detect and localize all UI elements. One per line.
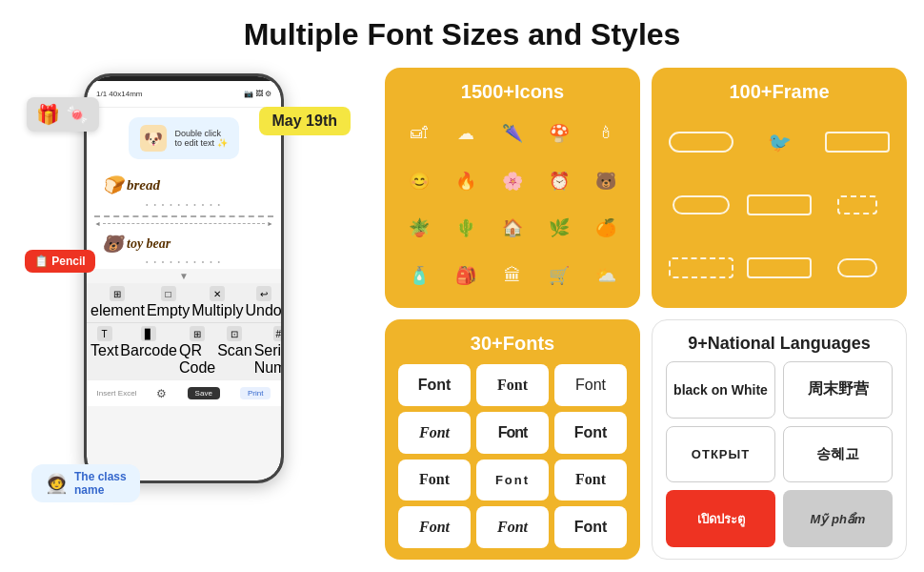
icon-partcloud: ⛅ (586, 255, 627, 296)
arrow-row: ◄► (94, 219, 273, 228)
languages-panel-title: 9+National Languages (666, 334, 893, 354)
gift-sticker: 🎁 🍬 (27, 97, 99, 132)
empty-icon: □ (161, 286, 176, 301)
icon-smile: 😊 (398, 160, 439, 202)
insert-excel-label: Insert Excel (97, 389, 137, 398)
frame-cell-1 (665, 112, 737, 172)
lang-cell-viet: Mỹ phẩm (783, 490, 893, 547)
toolbar-undo[interactable]: ↩ Undo (246, 286, 282, 319)
icon-plant: 🪴 (398, 208, 439, 250)
divider-dots2: • • • • • • • • • • (92, 256, 275, 267)
phone-bottom-bar: Insert Excel ⚙ Save Print (87, 379, 281, 406)
font-cell-5: Font (476, 412, 549, 454)
bread-sticker: 🍞 bread (92, 171, 275, 199)
lang-cell-thai: เปิดประตู (666, 490, 775, 547)
qrcode-icon: ⊞ (190, 326, 205, 341)
icon-orange: 🍊 (586, 208, 627, 250)
frame-cell-3 (821, 112, 894, 172)
fonts-panel-title: 30+Fonts (398, 333, 627, 355)
divider-dots: • • • • • • • • • • (92, 199, 275, 210)
frame-cell-4 (665, 177, 737, 235)
icon-fire: 🔥 (445, 160, 486, 202)
chat-bubble: 🐶 Double clickto edit text ✨ (129, 117, 238, 159)
phone-toolbar-top: ⊞ element □ Empty ✕ Multiply ↩ (87, 283, 281, 322)
toolbar-text[interactable]: T Text (90, 326, 118, 377)
date-sticker: May 19th (259, 107, 351, 135)
icons-panel: 1500+Icons 🛋 ☁ 🌂 🍄 🕯 😊 🔥 🌸 ⏰ 🐻 🪴 🌵 🏠 🌿 🍊… (385, 68, 640, 308)
frames-grid: 🐦 (665, 112, 894, 296)
toolbar-scan[interactable]: ⊡ Scan (217, 326, 251, 377)
save-button[interactable]: Save (188, 387, 220, 399)
icon-umbrella: 🌂 (492, 112, 532, 154)
font-cell-11: Font (476, 506, 549, 548)
phone-toolbar-bottom: T Text ▊ Barcode ⊞ QR Code ⊡ (87, 322, 281, 379)
frame-rect1 (825, 132, 890, 153)
undo-icon: ↩ (256, 286, 271, 301)
dotted-line (94, 215, 273, 217)
icon-building: 🏛 (492, 255, 532, 296)
settings-icon: ⚙ (156, 387, 167, 400)
bear-row: 🐻 toy bear • • • • • • • • • • (87, 230, 281, 269)
astronaut-icon: 🧑‍🚀 (45, 472, 69, 495)
icons-grid: 🛋 ☁ 🌂 🍄 🕯 😊 🔥 🌸 ⏰ 🐻 🪴 🌵 🏠 🌿 🍊 🧴 🎒 🏛 🛒 (398, 112, 627, 296)
frame-cell-7 (665, 239, 737, 296)
frame-pill (669, 132, 733, 153)
frame-cell-2: 🐦 (743, 112, 815, 172)
barcode-icon: ▊ (141, 326, 156, 341)
fonts-grid: Font Font Font Font Font Font Font Font … (398, 364, 627, 548)
phone-frame: 1/1 40x14mm 📷 🖼 ⚙ 🐶 Double clickto edit … (84, 73, 284, 483)
toolbar-empty[interactable]: □ Empty (147, 286, 190, 319)
frame-dotted (669, 257, 733, 278)
toolbar-serial[interactable]: ## Serial Number (254, 326, 281, 377)
frame-cell-9 (821, 239, 894, 296)
page-title: Multiple Font Sizes and Styles (0, 0, 924, 64)
icon-clock: ⏰ (539, 160, 580, 202)
font-cell-4: Font (398, 412, 471, 454)
frame-cell-8 (743, 239, 815, 296)
frame-cell-6 (821, 177, 894, 235)
toolbar-multiply[interactable]: ✕ Multiply (191, 286, 243, 319)
frame-pill-sm2 (837, 258, 877, 277)
bird-icon: 🐦 (768, 131, 792, 153)
element-icon: ⊞ (110, 286, 125, 301)
languages-panel: 9+National Languages black on White 周末野营… (652, 319, 907, 560)
icon-sofa: 🛋 (398, 112, 439, 154)
icon-bag: 🎒 (445, 255, 486, 296)
bear-sticker: 🐻 toy bear (92, 232, 275, 256)
phone-screen-inner: 1/1 40x14mm 📷 🖼 ⚙ 🐶 Double clickto edit … (87, 76, 281, 480)
icon-house: 🏠 (492, 208, 532, 250)
font-cell-10: Font (398, 506, 471, 548)
toolbar-qrcode[interactable]: ⊞ QR Code (179, 326, 215, 377)
frames-panel-title: 100+Frame (665, 81, 894, 103)
font-cell-1: Font (398, 364, 471, 406)
fonts-panel: 30+Fonts Font Font Font Font Font Font F… (385, 319, 640, 560)
class-label: The classname (74, 470, 127, 497)
down-arrow: ▼ (87, 269, 281, 283)
print-button[interactable]: Print (240, 387, 271, 399)
font-cell-12: Font (554, 506, 627, 548)
icon-bear: 🐻 (586, 160, 627, 202)
pencil-icon: 📋 (34, 255, 49, 268)
toolbar-element[interactable]: ⊞ element (90, 286, 145, 319)
features-section: 1500+Icons 🛋 ☁ 🌂 🍄 🕯 😊 🔥 🌸 ⏰ 🐻 🪴 🌵 🏠 🌿 🍊… (385, 64, 907, 560)
frame-rect2 (747, 194, 812, 215)
chat-text: Double clickto edit text ✨ (174, 129, 227, 148)
icon-flower: 🌸 (492, 160, 532, 202)
phone-top-bar: 1/1 40x14mm 📷 🖼 ⚙ (87, 81, 281, 108)
icon-cart: 🛒 (539, 255, 580, 296)
frame-cell-5 (743, 177, 815, 235)
text-icon: T (97, 326, 112, 341)
lang-cell-chinese: 周末野营 (783, 361, 893, 419)
icon-mushroom: 🍄 (539, 112, 580, 154)
main-layout: 🎁 🍬 May 19th 📋 Pencil 1/1 40x14mm 📷 🖼 ⚙ (0, 64, 924, 560)
icon-bottle: 🧴 (398, 255, 439, 296)
frames-panel: 100+Frame 🐦 (652, 68, 907, 308)
icon-candle: 🕯 (586, 112, 627, 154)
label-preview: 🐶 Double clickto edit text ✨ (87, 108, 281, 169)
dotted-line-row: ◄► (87, 212, 281, 230)
font-cell-9: Font (554, 460, 627, 501)
frame-dotted-sm (837, 195, 877, 214)
phone-screen: 1/1 40x14mm 📷 🖼 ⚙ 🐶 Double clickto edit … (87, 76, 281, 480)
toolbar-barcode[interactable]: ▊ Barcode (120, 326, 177, 377)
phone-section: 🎁 🍬 May 19th 📋 Pencil 1/1 40x14mm 📷 🖼 ⚙ (17, 64, 370, 560)
